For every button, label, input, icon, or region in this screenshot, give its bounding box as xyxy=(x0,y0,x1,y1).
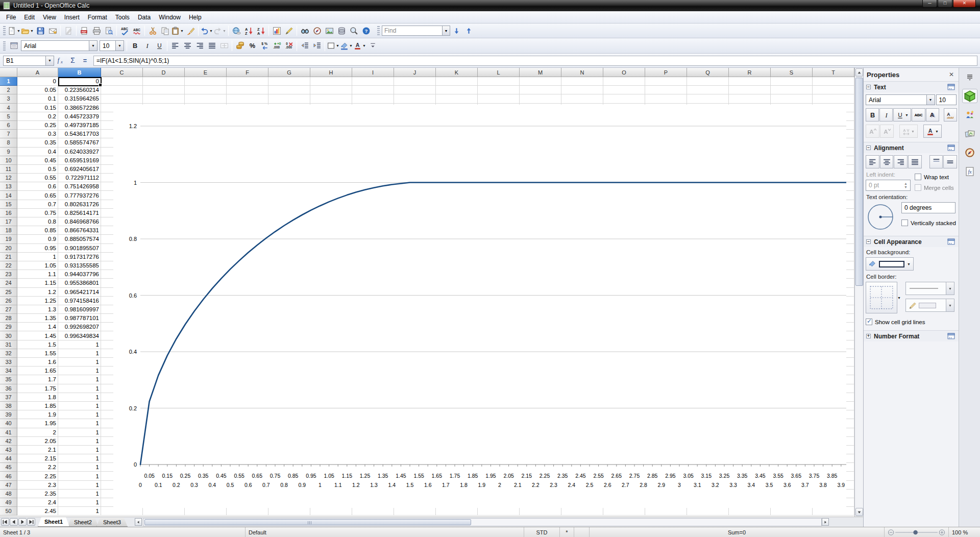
horizontal-scrollbar[interactable] xyxy=(143,518,822,526)
merge-cells-button[interactable] xyxy=(218,40,230,52)
cell-A19[interactable]: 0.9 xyxy=(17,235,58,243)
row-header-15[interactable]: 15 xyxy=(0,200,17,209)
italic-button[interactable]: I xyxy=(141,40,153,52)
cell-B39[interactable]: 1 xyxy=(58,410,101,419)
insert-chart-button[interactable] xyxy=(271,25,283,37)
row-header-10[interactable]: 10 xyxy=(0,156,17,165)
find-replace-button[interactable] xyxy=(299,25,311,37)
increase-indent-button[interactable] xyxy=(311,40,323,52)
cell-M3[interactable] xyxy=(520,94,561,103)
cell-E3[interactable] xyxy=(185,94,227,103)
row-header-19[interactable]: 19 xyxy=(0,235,17,243)
cell-B13[interactable]: 0.751426958 xyxy=(58,182,101,191)
row-header-22[interactable]: 22 xyxy=(0,261,17,270)
row-header-45[interactable]: 45 xyxy=(0,463,17,472)
section-cell-appearance-header[interactable]: − Cell Appearance xyxy=(864,236,959,247)
sidebar-align-justify-button[interactable] xyxy=(908,155,922,168)
cell-A2[interactable]: 0.05 xyxy=(17,86,58,94)
percent-button[interactable]: % xyxy=(246,40,258,52)
cell-A36[interactable]: 1.75 xyxy=(17,384,58,393)
row-header-23[interactable]: 23 xyxy=(0,270,17,279)
cell-A4[interactable]: 0.15 xyxy=(17,104,58,112)
cell-D50[interactable] xyxy=(143,507,185,516)
borders-button[interactable]: ▼ xyxy=(327,40,340,52)
toolbar-grip[interactable] xyxy=(3,26,6,35)
row-header-9[interactable]: 9 xyxy=(0,148,17,156)
cell-I3[interactable] xyxy=(352,94,394,103)
menu-item-edit[interactable]: Edit xyxy=(20,12,39,22)
cell-C50[interactable] xyxy=(101,507,143,516)
previous-sheet-button[interactable] xyxy=(10,518,18,526)
cell-A22[interactable]: 1.05 xyxy=(17,261,58,270)
cell-B4[interactable]: 0.386572286 xyxy=(58,104,101,112)
show-cell-grid-lines-checkbox[interactable] xyxy=(866,319,872,325)
row-header-12[interactable]: 12 xyxy=(0,174,17,182)
embedded-chart[interactable]: 00.20.40.60.811.200.050.10.150.20.250.30… xyxy=(113,105,846,508)
sheet-tab-sheet1[interactable]: Sheet1 xyxy=(38,517,69,527)
cell-J2[interactable] xyxy=(394,86,436,94)
wrap-text-checkbox[interactable] xyxy=(915,174,921,180)
cell-J3[interactable] xyxy=(394,94,436,103)
new-document-button[interactable]: ▼ xyxy=(8,25,21,37)
cell-B28[interactable]: 0.987787101 xyxy=(58,314,101,323)
cell-A42[interactable]: 2.05 xyxy=(17,437,58,446)
cell-B24[interactable]: 0.955386801 xyxy=(58,279,101,287)
email-button[interactable] xyxy=(46,25,59,37)
row-header-42[interactable]: 42 xyxy=(0,437,17,446)
cell-A27[interactable]: 1.3 xyxy=(17,305,58,314)
sidebar-align-center-button[interactable] xyxy=(880,155,894,168)
cell-A3[interactable]: 0.1 xyxy=(17,94,58,103)
row-header-14[interactable]: 14 xyxy=(0,191,17,200)
font-name-combo[interactable]: Arial▼ xyxy=(21,40,97,51)
data-sources-button[interactable] xyxy=(335,25,348,37)
cell-K3[interactable] xyxy=(436,94,478,103)
menu-item-format[interactable]: Format xyxy=(84,12,111,22)
cell-B6[interactable]: 0.497397185 xyxy=(58,121,101,130)
hscroll-right-button[interactable] xyxy=(822,518,829,526)
cell-A17[interactable]: 0.8 xyxy=(17,217,58,226)
orientation-degrees-input[interactable]: 0 degrees xyxy=(901,202,955,213)
menu-item-view[interactable]: View xyxy=(39,12,60,22)
panel-options-icon[interactable] xyxy=(947,332,955,340)
row-header-26[interactable]: 26 xyxy=(0,297,17,305)
column-header-A[interactable]: A xyxy=(17,68,58,77)
column-header-T[interactable]: T xyxy=(813,68,854,77)
cell-D2[interactable] xyxy=(143,86,185,94)
column-header-K[interactable]: K xyxy=(436,68,478,77)
cell-B46[interactable]: 1 xyxy=(58,472,101,480)
row-header-49[interactable]: 49 xyxy=(0,498,17,507)
column-header-I[interactable]: I xyxy=(352,68,394,77)
background-color-button[interactable]: ▼ xyxy=(340,40,353,52)
minimize-button[interactable]: ─ xyxy=(922,0,937,8)
cell-G50[interactable] xyxy=(268,507,310,516)
draw-functions-button[interactable] xyxy=(283,25,295,37)
cell-A39[interactable]: 1.9 xyxy=(17,410,58,419)
sort-descending-button[interactable]: ZA xyxy=(255,25,267,37)
column-header-N[interactable]: N xyxy=(561,68,603,77)
menu-item-insert[interactable]: Insert xyxy=(60,12,84,22)
row-header-37[interactable]: 37 xyxy=(0,393,17,402)
toolbar-overflow-button[interactable] xyxy=(366,40,379,52)
row-header-20[interactable]: 20 xyxy=(0,244,17,253)
scroll-down-button[interactable] xyxy=(855,508,863,516)
styles-button[interactable] xyxy=(8,40,20,52)
row-header-11[interactable]: 11 xyxy=(0,165,17,174)
cell-A33[interactable]: 1.6 xyxy=(17,358,58,367)
row-header-34[interactable]: 34 xyxy=(0,367,17,375)
cell-A24[interactable]: 1.15 xyxy=(17,279,58,287)
cell-K50[interactable] xyxy=(436,507,478,516)
align-left-button[interactable] xyxy=(169,40,181,52)
close-button[interactable]: ✕ xyxy=(953,0,976,8)
sidebar-font-size-combo[interactable]: 10 xyxy=(936,94,957,105)
border-line-style-combo[interactable]: ▼ xyxy=(905,282,954,295)
row-header-32[interactable]: 32 xyxy=(0,349,17,358)
border-line-color-combo[interactable]: ▼ xyxy=(905,299,954,312)
horizontal-scroll-thumb[interactable] xyxy=(144,519,471,525)
help-button[interactable]: ? xyxy=(360,25,372,37)
menu-item-window[interactable]: Window xyxy=(155,12,185,22)
cut-button[interactable] xyxy=(146,25,159,37)
cell-G2[interactable] xyxy=(268,86,310,94)
cell-B32[interactable]: 1 xyxy=(58,349,101,358)
cell-A18[interactable]: 0.85 xyxy=(17,226,58,235)
status-zoom-value[interactable]: 100 % xyxy=(948,527,980,537)
